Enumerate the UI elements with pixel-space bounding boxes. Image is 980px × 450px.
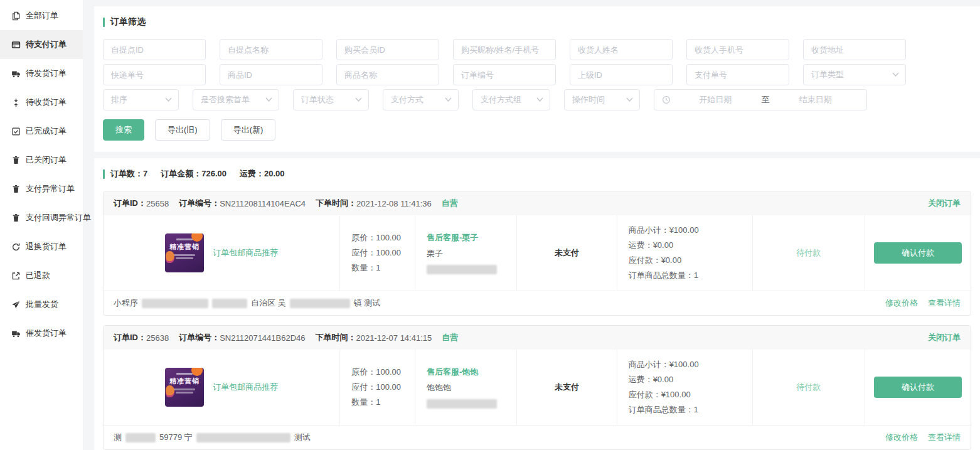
order-card: 订单ID： 25658 订单编号： SN211208114104EAC4 下单时… — [103, 191, 971, 316]
pickup-point-id-input[interactable] — [103, 39, 206, 60]
product-image[interactable]: 精准营销 — [165, 368, 204, 407]
order-footer-links: 修改价格 查看详情 — [885, 297, 961, 309]
view-detail-link[interactable]: 查看详情 — [928, 297, 961, 309]
sidebar-item-closed-orders[interactable]: 已关闭订单 — [0, 146, 83, 174]
original-price-label: 原价： — [351, 233, 376, 242]
order-header-info: 订单ID： 25638 订单编号： SN2112071441B62D46 下单时… — [114, 332, 458, 343]
sidebar-item-completed-orders[interactable]: 已完成订单 — [0, 117, 83, 146]
share-arrow-icon — [11, 271, 21, 281]
sidebar-item-return-exchange-orders[interactable]: 退换货订单 — [0, 232, 83, 261]
subtotal-label: 商品小计： — [629, 360, 669, 369]
sidebar-item-refunded[interactable]: 已退款 — [0, 261, 83, 290]
payment-number-input[interactable] — [686, 64, 789, 85]
sidebar-item-payment-callback-abnormal-orders[interactable]: 支付回调异常订单 — [0, 203, 83, 232]
after-sales-service-title: 售后客服-饱饱 — [427, 367, 508, 378]
after-sales-service-title: 售后客服-栗子 — [427, 232, 508, 244]
order-count-value: 7 — [143, 169, 147, 178]
search-button[interactable]: 搜索 — [103, 119, 144, 141]
quantity-label: 数量： — [351, 397, 376, 407]
order-card-body: 精准营销 订单包邮商品推荐 原价：100.00 应付：100.00 数量：1 售… — [104, 350, 971, 425]
shipping-address-input[interactable] — [803, 39, 906, 60]
parent-id-input[interactable] — [570, 64, 673, 85]
view-detail-link[interactable]: 查看详情 — [928, 432, 961, 443]
order-id-value: 25658 — [146, 199, 169, 208]
tracking-number-input[interactable] — [103, 64, 206, 85]
payable-value: 100.00 — [376, 248, 401, 257]
original-price-value: 100.00 — [376, 233, 401, 242]
trash-icon — [11, 213, 21, 223]
sidebar-item-batch-shipment[interactable]: 批量发货 — [0, 290, 83, 319]
order-card: 订单ID： 25638 订单编号： SN2112071441B62D46 下单时… — [103, 325, 971, 450]
masked-address — [212, 299, 247, 308]
product-name-link[interactable]: 订单包邮商品推荐 — [213, 382, 278, 393]
first-order-select-value: 是否搜索首单 — [201, 94, 250, 105]
amount-due-label: 应付款： — [629, 390, 661, 399]
confirm-payment-button[interactable]: 确认付款 — [874, 377, 962, 398]
order-count-label: 订单数： — [110, 169, 143, 178]
masked-contact-info — [427, 265, 497, 274]
order-status-select[interactable]: 订单状态 — [293, 89, 369, 110]
order-card-header: 订单ID： 25638 订单编号： SN2112071441B62D46 下单时… — [104, 326, 971, 350]
payment-method-group-select[interactable]: 支付方式组 — [472, 89, 550, 110]
sidebar-item-label: 已关闭订单 — [26, 154, 67, 166]
order-header-info: 订单ID： 25658 订单编号： SN211208114104EAC4 下单时… — [114, 198, 458, 209]
pickup-point-name-input[interactable] — [220, 39, 322, 60]
consignee-name-input[interactable] — [570, 39, 673, 60]
filter-title-text: 订单筛选 — [110, 16, 146, 28]
order-filter-panel: 订单筛选 订单类型 排序 — [94, 6, 980, 152]
order-summary-column: 商品小计：¥100.00 运费：¥0.00 应付款：¥100.00 订单商品总数… — [617, 350, 752, 425]
end-date-placeholder: 结束日期 — [772, 94, 860, 105]
sidebar-item-pending-payment-orders[interactable]: 待支付订单 — [0, 30, 83, 59]
product-name-link[interactable]: 订单包邮商品推荐 — [213, 247, 278, 259]
order-amount-label: 订单金额： — [161, 169, 201, 178]
product-id-input[interactable] — [220, 64, 322, 85]
chevron-down-icon — [445, 97, 452, 102]
sort-select[interactable]: 排序 — [103, 89, 179, 110]
files-icon — [11, 11, 21, 21]
modify-price-link[interactable]: 修改价格 — [885, 297, 918, 309]
order-card-header: 订单ID： 25658 订单编号： SN211208114104EAC4 下单时… — [104, 191, 971, 215]
freight-label: 运费： — [240, 169, 264, 178]
order-time-value: 2021-12-07 14:41:15 — [356, 333, 432, 343]
product-image-decor — [176, 392, 193, 394]
sidebar-item-pending-receipt-orders[interactable]: 待收货订单 — [0, 88, 83, 117]
order-time-value: 2021-12-08 11:41:36 — [356, 199, 432, 208]
amount-due-line: 应付款：¥100.00 — [629, 387, 743, 402]
order-sn-input[interactable] — [453, 64, 556, 85]
sidebar-item-all-orders[interactable]: 全部订单 — [0, 1, 83, 30]
export-new-button[interactable]: 导出(新) — [221, 119, 276, 141]
sidebar-item-label: 已完成订单 — [26, 126, 67, 137]
sidebar-item-pending-shipment-orders[interactable]: 待发货订单 — [0, 59, 83, 88]
trash-icon — [11, 156, 21, 165]
product-image[interactable]: 精准营销 — [165, 233, 204, 272]
order-type-select[interactable]: 订单类型 — [803, 64, 906, 85]
product-name-input[interactable] — [336, 64, 439, 85]
sidebar-item-payment-abnormal-orders[interactable]: 支付异常订单 — [0, 174, 83, 203]
consignee-phone-input[interactable] — [686, 39, 789, 60]
close-order-link[interactable]: 关闭订单 — [928, 332, 961, 343]
operation-time-select[interactable]: 操作时间 — [564, 89, 640, 110]
buyer-member-id-input[interactable] — [336, 39, 439, 60]
buyer-name: 栗子 — [427, 248, 508, 259]
date-range-picker[interactable]: 开始日期 至 结束日期 — [654, 89, 867, 110]
close-order-link[interactable]: 关闭订单 — [928, 198, 961, 209]
sidebar-item-label: 支付异常订单 — [26, 183, 75, 195]
receive-icon — [11, 98, 21, 107]
payment-status-text: 未支付 — [555, 382, 579, 393]
filter-buttons-row: 搜索 导出(旧) 导出(新) — [103, 119, 971, 141]
truck-icon — [11, 69, 21, 78]
order-sn-value: SN2112071441B62D46 — [220, 333, 305, 343]
amount-due-value: ¥0.00 — [661, 255, 682, 265]
confirm-payment-button[interactable]: 确认付款 — [874, 242, 962, 264]
export-old-button[interactable]: 导出(旧) — [155, 119, 210, 141]
payment-method-select[interactable]: 支付方式 — [383, 89, 459, 110]
order-id-value: 25638 — [146, 333, 169, 343]
sidebar-item-label: 待收货订单 — [26, 97, 67, 108]
sidebar-item-urge-shipment-orders[interactable]: 催发货订单 — [0, 319, 83, 348]
sidebar-item-label: 支付回调异常订单 — [26, 212, 91, 223]
action-column: 确认付款 — [865, 215, 971, 291]
first-order-select[interactable]: 是否搜索首单 — [193, 89, 279, 110]
modify-price-link[interactable]: 修改价格 — [885, 432, 918, 443]
buyer-nickname-input[interactable] — [453, 39, 556, 60]
original-price-value: 100.00 — [376, 367, 401, 377]
